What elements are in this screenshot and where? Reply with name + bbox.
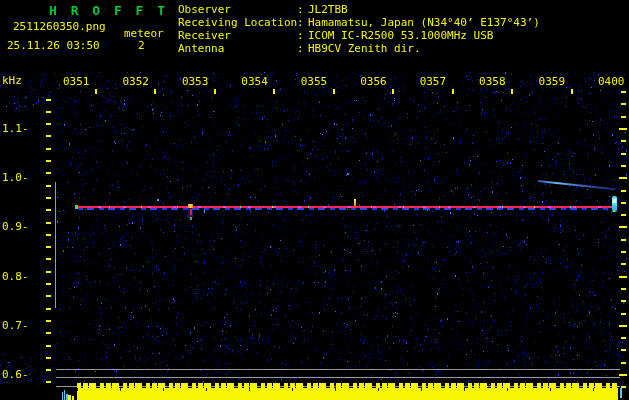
time-tick-label: 0353: [182, 75, 209, 88]
drifting-echo-blob-green: [613, 210, 615, 212]
carrier-line-sparkle: [80, 206, 610, 208]
time-tick-label: 0400: [598, 75, 625, 88]
station-info-row: Antenna:HB9CV Zenith dir.: [178, 42, 540, 55]
time-tick-mark: [452, 89, 454, 94]
freq-tick-right: [621, 153, 626, 155]
time-tick-label: 0354: [241, 75, 268, 88]
grid-line-2: [56, 377, 620, 378]
freq-minor-tick-left: [46, 332, 51, 334]
grid-line-1: [56, 369, 620, 370]
band-left-yellow-stub: [72, 396, 74, 400]
freq-minor-tick-left: [46, 160, 51, 162]
freq-tick-right: [621, 91, 626, 93]
freq-minor-tick-left: [46, 345, 51, 347]
station-info-block: Observer:JL2TBBReceiving Location:Hamama…: [178, 3, 540, 55]
freq-value: 0.8: [2, 270, 22, 283]
freq-tick-label: 0.6-: [2, 368, 29, 381]
time-tick-label: 0359: [539, 75, 566, 88]
freq-tick-right: [621, 349, 626, 351]
freq-tick-right: [619, 374, 627, 376]
freq-minor-tick-left: [46, 246, 51, 248]
freq-tick-label: 1.0-: [2, 171, 29, 184]
freq-tick-right: [621, 263, 626, 265]
station-info-row: Receiving Location:Hamamatsu, Japan (N34…: [178, 16, 540, 29]
info-value: Hamamatsu, Japan (N34°40’ E137°43’): [308, 16, 540, 29]
freq-value: 1.0: [2, 171, 22, 184]
freq-dash: -: [22, 220, 29, 233]
freq-tick-right: [619, 226, 627, 228]
time-tick-mark: [214, 89, 216, 94]
freq-minor-tick-left: [46, 295, 51, 297]
datetime-label: 25.11.26 03:50: [7, 39, 100, 52]
freq-value: 0.6: [2, 368, 22, 381]
freq-minor-tick-left: [46, 283, 51, 285]
freq-minor-tick-left: [46, 148, 51, 150]
freq-tick-right: [621, 288, 626, 290]
freq-tick-right: [621, 386, 626, 388]
freq-tick-right: [621, 251, 626, 253]
meteor-echo-1-head: [188, 204, 193, 208]
freq-minor-tick-left: [46, 234, 51, 236]
freq-minor-tick-left: [46, 172, 51, 174]
freq-tick-right: [619, 325, 627, 327]
freq-minor-tick-left: [46, 320, 51, 322]
freq-tick-right: [621, 214, 626, 216]
freq-tick-right: [621, 165, 626, 167]
info-label: Receiver: [178, 29, 297, 42]
band-left-cyan-spike: [62, 392, 63, 400]
time-tick-label: 0357: [420, 75, 447, 88]
time-tick-mark: [95, 89, 97, 94]
time-tick-label: 0356: [360, 75, 387, 88]
freq-tick-label: 0.7-: [2, 319, 29, 332]
freq-minor-tick-left: [46, 258, 51, 260]
freq-dash: -: [22, 122, 29, 135]
time-tick-label: 0355: [301, 75, 328, 88]
freq-minor-tick-left: [46, 271, 51, 273]
freq-minor-tick-left: [46, 308, 51, 310]
freq-minor-tick-left: [46, 123, 51, 125]
freq-tick-label: 0.8-: [2, 270, 29, 283]
freq-tick-right: [621, 140, 626, 142]
info-label: Antenna: [178, 42, 297, 55]
freq-minor-tick-left: [46, 381, 51, 383]
freq-tick-right: [621, 300, 626, 302]
freq-tick-right: [621, 362, 626, 364]
freq-tick-label: 0.9-: [2, 220, 29, 233]
freq-value: 0.7: [2, 319, 22, 332]
info-value: JL2TBB: [308, 3, 348, 16]
info-label: Observer: [178, 3, 297, 16]
time-tick-mark: [154, 89, 156, 94]
freq-minor-tick-left: [46, 111, 51, 113]
left-edge-line: [55, 182, 56, 308]
signal-strength-band-notches: [77, 388, 618, 391]
spectrogram-noise-field: [0, 0, 629, 400]
freq-dash: -: [22, 270, 29, 283]
freq-unit-label: kHz: [2, 74, 22, 87]
meteor-echo-1-tail: [190, 209, 192, 215]
freq-tick-right: [621, 202, 626, 204]
freq-dash: -: [22, 171, 29, 184]
meteor-echo-2: [354, 199, 356, 207]
hrofft-spectrogram-image: H R O F F T 2511260350.png meteor 25.11.…: [0, 0, 629, 400]
freq-minor-tick-left: [46, 99, 51, 101]
drifting-echo-blob-core: [613, 199, 616, 203]
freq-tick-right: [619, 177, 627, 179]
station-info-row: Receiver:ICOM IC-R2500 53.1000MHz USB: [178, 29, 540, 42]
freq-tick-right: [621, 190, 626, 192]
band-right-cyan-spike: [620, 388, 622, 398]
info-label: Receiving Location: [178, 16, 297, 29]
info-colon: :: [297, 29, 308, 42]
time-tick-label: 0358: [479, 75, 506, 88]
info-colon: :: [297, 42, 308, 55]
app-title: H R O F F T: [49, 3, 168, 18]
freq-tick-right: [621, 116, 626, 118]
time-tick-mark: [392, 89, 394, 94]
freq-minor-tick-left: [46, 209, 51, 211]
freq-tick-right: [621, 337, 626, 339]
freq-minor-tick-left: [46, 197, 51, 199]
meteor-echo-1-green-dot: [190, 217, 192, 220]
freq-value: 1.1: [2, 122, 22, 135]
time-tick-mark: [571, 89, 573, 94]
station-info-row: Observer:JL2TBB: [178, 3, 540, 16]
time-tick-mark: [511, 89, 513, 94]
